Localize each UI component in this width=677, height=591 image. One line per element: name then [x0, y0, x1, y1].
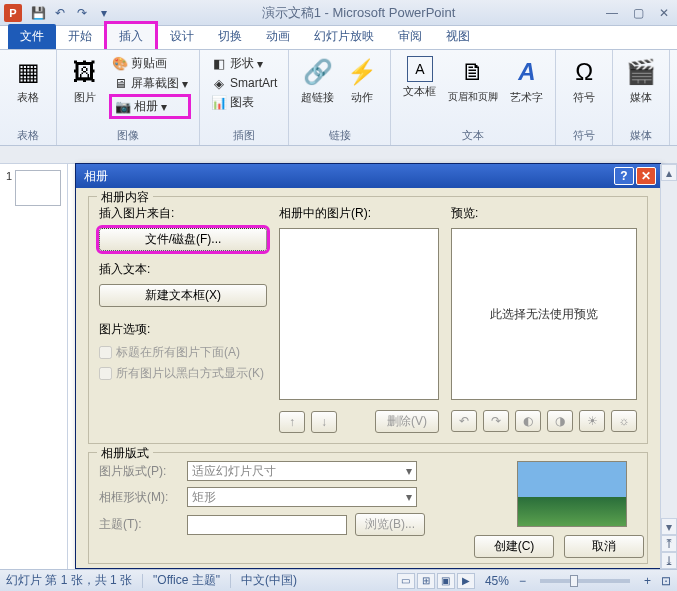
tab-file[interactable]: 文件 — [8, 24, 56, 49]
smartart-icon: ◈ — [211, 75, 227, 91]
picture-icon: 🖼 — [69, 56, 101, 88]
picture-button[interactable]: 🖼图片 — [65, 54, 105, 109]
qat-more-icon[interactable]: ▾ — [94, 3, 114, 23]
bw-checkbox[interactable]: 所有图片以黑白方式显示(K) — [99, 365, 267, 382]
tab-transitions[interactable]: 切换 — [206, 24, 254, 49]
screenshot-button[interactable]: 🖥屏幕截图▾ — [109, 74, 191, 93]
wordart-button[interactable]: A艺术字 — [506, 54, 547, 109]
status-lang[interactable]: 中文(中国) — [241, 572, 297, 589]
album-dialog: 相册 ? ✕ 相册内容 插入图片来自: 文件/磁盘(F)... 插入文本: 新建… — [75, 163, 661, 569]
textbox-icon: A — [407, 56, 433, 82]
titlebar: P 💾 ↶ ↷ ▾ 演示文稿1 - Microsoft PowerPoint —… — [0, 0, 677, 26]
zoom-in-button[interactable]: + — [644, 574, 651, 588]
layout-preview-thumb — [517, 461, 627, 527]
table-button[interactable]: ▦表格 — [8, 54, 48, 109]
media-button[interactable]: 🎬媒体 — [621, 54, 661, 109]
zoom-thumb[interactable] — [570, 575, 578, 587]
insert-text-label: 插入文本: — [99, 261, 267, 278]
caption-checkbox[interactable]: 标题在所有图片下面(A) — [99, 344, 267, 361]
scroll-down-icon[interactable]: ▾ — [661, 518, 677, 535]
textbox-button[interactable]: A文本框 — [399, 54, 440, 103]
normal-view-button[interactable]: ▭ — [397, 573, 415, 589]
tab-review[interactable]: 审阅 — [386, 24, 434, 49]
smartart-button[interactable]: ◈SmartArt — [208, 74, 280, 92]
minimize-icon[interactable]: — — [603, 4, 621, 22]
tab-slideshow[interactable]: 幻灯片放映 — [302, 24, 386, 49]
sorter-view-button[interactable]: ⊞ — [417, 573, 435, 589]
ribbon-group-symbols: Ω符号 符号 — [556, 50, 613, 145]
tab-animations[interactable]: 动画 — [254, 24, 302, 49]
album-button[interactable]: 📷相册▾ — [109, 94, 191, 119]
header-footer-button[interactable]: 🗎页眉和页脚 — [444, 54, 502, 108]
app-icon: P — [4, 4, 22, 22]
contrast-up-button[interactable]: ◐ — [515, 410, 541, 432]
theme-input[interactable] — [187, 515, 347, 535]
brightness-up-button[interactable]: ☀ — [579, 410, 605, 432]
reading-view-button[interactable]: ▣ — [437, 573, 455, 589]
new-textbox-button[interactable]: 新建文本框(X) — [99, 284, 267, 307]
contrast-down-button[interactable]: ◑ — [547, 410, 573, 432]
theme-label: 主题(T): — [99, 516, 179, 533]
pics-in-album-label: 相册中的图片(R): — [279, 205, 439, 222]
prev-slide-icon[interactable]: ⤒ — [661, 535, 677, 552]
wordart-icon: A — [511, 56, 543, 88]
album-pictures-listbox[interactable] — [279, 228, 439, 400]
thumb-slide — [15, 170, 61, 206]
status-theme: "Office 主题" — [153, 572, 220, 589]
rotate-right-button[interactable]: ↷ — [483, 410, 509, 432]
dialog-title: 相册 — [80, 168, 612, 185]
clipart-button[interactable]: 🎨剪贴画 — [109, 54, 191, 73]
statusbar: 幻灯片 第 1 张，共 1 张 "Office 主题" 中文(中国) ▭ ⊞ ▣… — [0, 569, 677, 591]
remove-button[interactable]: 删除(V) — [375, 410, 439, 433]
action-button[interactable]: ⚡动作 — [342, 54, 382, 109]
dialog-close-icon[interactable]: ✕ — [636, 167, 656, 185]
insert-from-label: 插入图片来自: — [99, 205, 267, 222]
cancel-button[interactable]: 取消 — [564, 535, 644, 558]
pic-options-label: 图片选项: — [99, 321, 267, 338]
group-label: 文本 — [399, 126, 547, 143]
scroll-up-icon[interactable]: ▴ — [661, 164, 677, 181]
group-label: 符号 — [564, 126, 604, 143]
tab-home[interactable]: 开始 — [56, 24, 104, 49]
next-slide-icon[interactable]: ⤓ — [661, 552, 677, 569]
frame-shape-combo[interactable]: 矩形▾ — [187, 487, 417, 507]
zoom-slider[interactable] — [540, 579, 630, 583]
preview-box: 此选择无法使用预览 — [451, 228, 637, 400]
help-icon[interactable]: ? — [614, 167, 634, 185]
view-buttons: ▭ ⊞ ▣ ▶ — [397, 573, 475, 589]
chart-button[interactable]: 📊图表 — [208, 93, 280, 112]
shapes-button[interactable]: ◧形状▾ — [208, 54, 280, 73]
move-down-button[interactable]: ↓ — [311, 411, 337, 433]
vertical-scrollbar[interactable]: ▴ ▾ ⤒ ⤓ — [660, 164, 677, 569]
zoom-percent[interactable]: 45% — [485, 574, 509, 588]
file-disk-button[interactable]: 文件/磁盘(F)... — [99, 228, 267, 251]
slideshow-view-button[interactable]: ▶ — [457, 573, 475, 589]
save-icon[interactable]: 💾 — [28, 3, 48, 23]
ribbon-group-media: 🎬媒体 媒体 — [613, 50, 670, 145]
quick-access-toolbar: 💾 ↶ ↷ ▾ — [28, 3, 114, 23]
fit-window-button[interactable]: ⊡ — [661, 574, 671, 588]
create-button[interactable]: 创建(C) — [474, 535, 554, 558]
hyperlink-button[interactable]: 🔗超链接 — [297, 54, 338, 109]
tab-view[interactable]: 视图 — [434, 24, 482, 49]
symbol-button[interactable]: Ω符号 — [564, 54, 604, 109]
tab-insert[interactable]: 插入 — [104, 21, 158, 49]
thumb-1[interactable]: 1 — [6, 170, 61, 206]
hyperlink-icon: 🔗 — [302, 56, 334, 88]
tab-design[interactable]: 设计 — [158, 24, 206, 49]
brightness-down-button[interactable]: ☼ — [611, 410, 637, 432]
ruler — [0, 146, 677, 164]
pic-layout-combo[interactable]: 适应幻灯片尺寸▾ — [187, 461, 417, 481]
rotate-left-button[interactable]: ↶ — [451, 410, 477, 432]
status-slide: 幻灯片 第 1 张，共 1 张 — [6, 572, 132, 589]
close-icon[interactable]: ✕ — [655, 4, 673, 22]
fieldset-legend: 相册内容 — [97, 189, 153, 206]
redo-icon[interactable]: ↷ — [72, 3, 92, 23]
maximize-icon[interactable]: ▢ — [629, 4, 647, 22]
window-buttons: — ▢ ✕ — [603, 4, 673, 22]
undo-icon[interactable]: ↶ — [50, 3, 70, 23]
move-up-button[interactable]: ↑ — [279, 411, 305, 433]
browse-button[interactable]: 浏览(B)... — [355, 513, 425, 536]
zoom-out-button[interactable]: − — [519, 574, 526, 588]
frame-shape-label: 相框形状(M): — [99, 489, 179, 506]
